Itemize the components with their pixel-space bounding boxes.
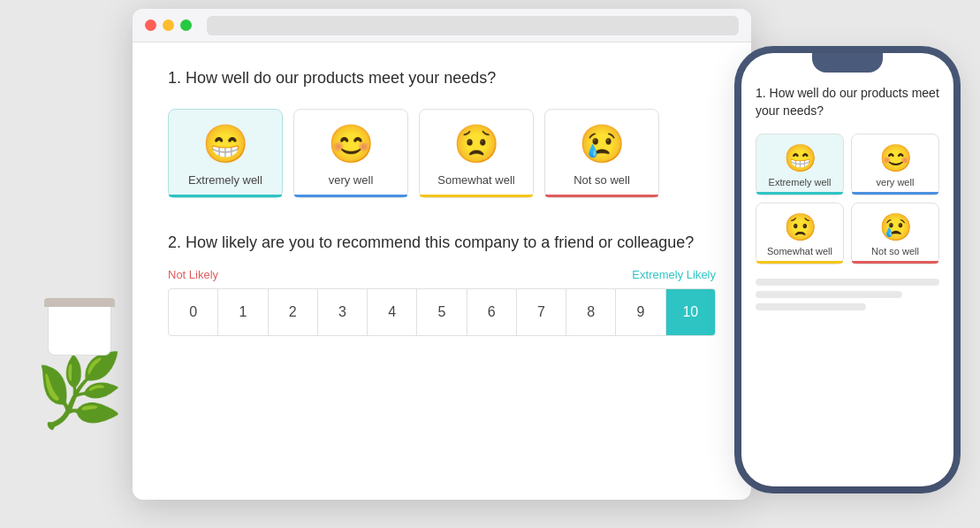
label-extremely-well: Extremely well bbox=[188, 173, 262, 187]
phone-emoji-extremely-well: 😁 bbox=[784, 145, 817, 172]
browser-content: 1. How well do our products meet your ne… bbox=[133, 42, 751, 363]
plant-leaves: 🌿 bbox=[35, 356, 124, 426]
phone-label-very-well: very well bbox=[877, 177, 915, 187]
option-extremely-well[interactable]: 😁 Extremely well bbox=[168, 109, 283, 198]
likelihood-labels: Not Likely Extremely Likely bbox=[168, 268, 716, 281]
close-button-dot[interactable] bbox=[145, 19, 156, 31]
label-not-so-well: Not so well bbox=[574, 173, 630, 187]
not-likely-label: Not Likely bbox=[168, 268, 218, 281]
option-not-so-well[interactable]: 😢 Not so well bbox=[544, 109, 659, 198]
phone-label-extremely-well: Extremely well bbox=[769, 177, 832, 187]
emoji-very-well: 😊 bbox=[328, 126, 374, 163]
emoji-somewhat-well: 😟 bbox=[453, 126, 499, 163]
phone-emoji-grid: 😁 Extremely well 😊 very well 😟 Somewhat … bbox=[756, 134, 939, 264]
nps-10[interactable]: 10 bbox=[666, 289, 715, 335]
phone-question-1-title: 1. How well do our products meet your ne… bbox=[756, 85, 939, 119]
phone-label-not-so-well: Not so well bbox=[871, 246, 919, 256]
nps-3[interactable]: 3 bbox=[318, 289, 368, 335]
phone-placeholder-content bbox=[756, 279, 939, 310]
minimize-button-dot[interactable] bbox=[163, 19, 174, 31]
plant-decoration: 🌿 bbox=[18, 298, 141, 475]
label-very-well: very well bbox=[329, 173, 374, 187]
phone-emoji-very-well: 😊 bbox=[879, 145, 912, 172]
phone-option-very-well[interactable]: 😊 very well bbox=[851, 134, 939, 195]
phone-emoji-not-so-well: 😢 bbox=[879, 214, 912, 241]
phone-label-somewhat-well: Somewhat well bbox=[767, 246, 832, 256]
underline-very-well bbox=[294, 195, 407, 197]
mobile-phone: 1. How well do our products meet your ne… bbox=[741, 53, 953, 486]
phone-underline-very-well bbox=[852, 192, 938, 195]
phone-content: 1. How well do our products meet your ne… bbox=[741, 73, 953, 323]
option-very-well[interactable]: 😊 very well bbox=[293, 109, 408, 198]
phone-underline-extremely-well bbox=[756, 192, 843, 195]
nps-4[interactable]: 4 bbox=[368, 289, 417, 335]
phone-emoji-somewhat-well: 😟 bbox=[784, 214, 817, 241]
placeholder-line-3 bbox=[756, 303, 866, 310]
label-somewhat-well: Somewhat well bbox=[437, 173, 514, 187]
nps-2[interactable]: 2 bbox=[269, 289, 318, 335]
extremely-likely-label: Extremely Likely bbox=[632, 268, 716, 281]
nps-5[interactable]: 5 bbox=[417, 289, 467, 335]
maximize-button-dot[interactable] bbox=[180, 19, 192, 31]
phone-option-somewhat-well[interactable]: 😟 Somewhat well bbox=[756, 203, 844, 264]
scene: 🌿 1. How well do our products meet your … bbox=[0, 0, 980, 528]
phone-notch bbox=[812, 53, 883, 73]
question-1-title: 1. How well do our products meet your ne… bbox=[168, 69, 716, 88]
phone-underline-not-so-well bbox=[852, 261, 938, 264]
browser-titlebar bbox=[133, 9, 751, 42]
emoji-extremely-well: 😁 bbox=[202, 126, 248, 163]
nps-9[interactable]: 9 bbox=[616, 289, 665, 335]
underline-extremely-well bbox=[169, 195, 282, 197]
underline-not-so-well bbox=[545, 195, 658, 197]
nps-7[interactable]: 7 bbox=[517, 289, 566, 335]
nps-6[interactable]: 6 bbox=[467, 289, 517, 335]
placeholder-line-1 bbox=[756, 279, 939, 286]
browser-window: 1. How well do our products meet your ne… bbox=[133, 9, 751, 500]
option-somewhat-well[interactable]: 😟 Somewhat well bbox=[419, 109, 534, 198]
nps-0[interactable]: 0 bbox=[169, 289, 218, 335]
phone-option-extremely-well[interactable]: 😁 Extremely well bbox=[756, 134, 844, 195]
phone-underline-somewhat-well bbox=[756, 261, 843, 264]
underline-somewhat-well bbox=[420, 195, 533, 197]
address-bar[interactable] bbox=[207, 16, 739, 35]
emoji-not-so-well: 😢 bbox=[579, 126, 625, 163]
emoji-choice-grid: 😁 Extremely well 😊 very well 😟 Somewhat … bbox=[168, 109, 716, 198]
nps-8[interactable]: 8 bbox=[566, 289, 616, 335]
phone-option-not-so-well[interactable]: 😢 Not so well bbox=[851, 203, 939, 264]
placeholder-line-2 bbox=[756, 291, 902, 298]
nps-1[interactable]: 1 bbox=[218, 289, 268, 335]
question-2-title: 2. How likely are you to recommend this … bbox=[168, 233, 716, 252]
nps-scale: 0 1 2 3 4 5 6 7 8 9 10 bbox=[168, 288, 716, 336]
